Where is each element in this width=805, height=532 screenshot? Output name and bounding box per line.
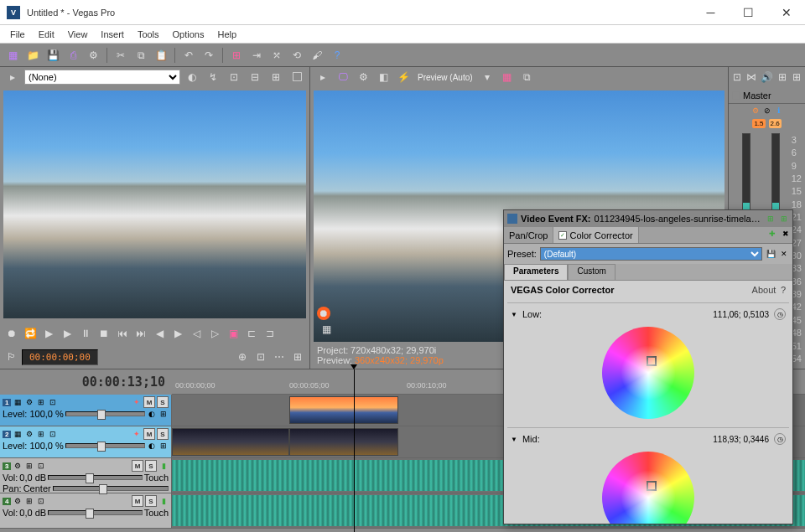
- preset-dropdown[interactable]: (None): [24, 70, 180, 85]
- track-header-a2[interactable]: 4 ⚙ ⊞ ⊡ M S ▮ Vol: 0,0 dB Touch: [0, 493, 172, 528]
- trimmer-tool5-icon[interactable]: ⊞: [267, 68, 285, 86]
- track-auto-icon[interactable]: ⊞: [36, 429, 46, 439]
- fx-chain-add-icon[interactable]: ✚: [767, 229, 777, 239]
- menu-file[interactable]: File: [3, 28, 32, 41]
- menu-options[interactable]: Options: [166, 28, 211, 41]
- lock-icon[interactable]: 🖌: [308, 46, 326, 65]
- redo-icon[interactable]: ↷: [200, 46, 218, 65]
- compositing-icon[interactable]: ◐: [147, 441, 157, 451]
- copy-icon[interactable]: ⧉: [132, 46, 150, 65]
- vol-slider[interactable]: [48, 510, 142, 515]
- add-media-icon[interactable]: ⊕: [234, 349, 251, 365]
- menu-insert[interactable]: Insert: [94, 28, 131, 41]
- preset-dropdown[interactable]: (Default): [540, 247, 762, 261]
- solo-button[interactable]: S: [145, 495, 157, 507]
- play-start-icon[interactable]: ▶: [40, 325, 57, 342]
- color-picker-handle[interactable]: [647, 356, 657, 366]
- collapse-icon[interactable]: ▼: [511, 436, 517, 443]
- properties-icon[interactable]: ⚙: [84, 46, 102, 65]
- record-icon[interactable]: ⏺: [3, 325, 20, 342]
- trimmer-timecode[interactable]: 00:00:00;00: [22, 349, 98, 365]
- marker-icon[interactable]: ▣: [225, 325, 242, 342]
- delete-preset-icon[interactable]: ✕: [779, 249, 789, 259]
- preview-quality-icon[interactable]: ⚡: [394, 68, 413, 86]
- parent-icon[interactable]: ⊞: [158, 441, 169, 451]
- preview-dropdown-icon[interactable]: ▾: [478, 68, 496, 86]
- video-event-fx-panel[interactable]: Video Event FX: 011234945-los-angeles-su…: [503, 209, 793, 524]
- snap-icon[interactable]: ⊞: [227, 46, 246, 65]
- mute-button[interactable]: M: [132, 495, 143, 507]
- autocrossfade-icon[interactable]: ⤱: [267, 46, 286, 65]
- fx-tab-colorcorrector[interactable]: ✓ Color Corrector: [553, 227, 638, 243]
- keyframe-icon[interactable]: ◷: [774, 308, 786, 320]
- fx-panel-titlebar[interactable]: Video Event FX: 011234945-los-angeles-su…: [504, 210, 792, 227]
- trimmer-tool1-icon[interactable]: ◐: [183, 68, 201, 86]
- solo-button[interactable]: S: [157, 428, 169, 440]
- prev-frame-icon[interactable]: ◀: [151, 325, 168, 342]
- close-button[interactable]: ✕: [767, 0, 805, 25]
- region-icon[interactable]: ⊏: [243, 325, 260, 342]
- help-button[interactable]: ?: [781, 285, 786, 295]
- autoripple-icon[interactable]: ⟲: [288, 46, 306, 65]
- track-insert-icon[interactable]: ⊞: [24, 461, 34, 471]
- fx-chain-remove-icon[interactable]: ✖: [781, 229, 791, 239]
- more-icon[interactable]: ⋯: [271, 349, 288, 365]
- save-icon[interactable]: 💾: [44, 46, 62, 65]
- new-project-icon[interactable]: ▦: [3, 46, 22, 65]
- touch-mode[interactable]: Touch: [144, 473, 169, 483]
- play-icon[interactable]: ▶: [59, 325, 75, 342]
- track-comp-icon[interactable]: ⊡: [48, 429, 58, 439]
- preview-overlay-icon[interactable]: ▦: [498, 68, 517, 86]
- preview-undock-icon[interactable]: ▸: [314, 68, 332, 86]
- timecode-icon[interactable]: 🏳: [3, 349, 20, 365]
- loop-icon[interactable]: 🔁: [22, 325, 39, 342]
- trimmer-tool4-icon[interactable]: ⊟: [246, 68, 264, 86]
- track-auto-icon[interactable]: ⊡: [36, 461, 46, 471]
- preview-copy-icon[interactable]: ⧉: [518, 68, 537, 86]
- mute-button[interactable]: M: [132, 460, 143, 472]
- mixer-tool3-icon[interactable]: 🔊: [760, 68, 774, 86]
- master-fx-icon[interactable]: ⚙: [750, 106, 761, 116]
- track-header-v2[interactable]: 2 ▦ ⚙ ⊞ ⊡ ✦ M S Level: 100,0 % ◐ ⊞: [0, 426, 172, 457]
- solo-button[interactable]: S: [145, 460, 157, 472]
- timeline-position[interactable]: 00:00:13;10: [82, 374, 165, 390]
- solo-button[interactable]: S: [157, 396, 169, 408]
- track-auto-icon[interactable]: ⊞: [36, 397, 46, 407]
- master-mute-icon[interactable]: ⊘: [762, 106, 772, 116]
- go-end-icon[interactable]: ⏭: [132, 325, 149, 342]
- mixer-tool5-icon[interactable]: ⊞: [791, 68, 804, 86]
- vol-slider[interactable]: [48, 475, 142, 480]
- touch-mode[interactable]: Touch: [144, 508, 169, 518]
- go-start-icon[interactable]: ⏮: [114, 325, 131, 342]
- section-header-low[interactable]: ▼ Low: 111,06; 0,5103 ◷: [507, 307, 789, 322]
- paste-icon[interactable]: 📋: [152, 46, 170, 65]
- trimmer-tool6-icon[interactable]: 🞎: [288, 68, 306, 86]
- level-slider[interactable]: [65, 443, 145, 448]
- master-auto-icon[interactable]: ℹ: [774, 106, 784, 116]
- preview-ext-icon[interactable]: 🖵: [334, 68, 352, 86]
- menu-view[interactable]: View: [61, 28, 95, 41]
- track-meter-icon[interactable]: ▮: [158, 461, 169, 471]
- track-fx-icon[interactable]: ⚙: [24, 397, 34, 407]
- track-bypass-icon[interactable]: ▦: [13, 397, 23, 407]
- keyframe-icon[interactable]: ◷: [774, 433, 786, 445]
- track-comp-icon[interactable]: ⊡: [48, 397, 58, 407]
- cut-icon[interactable]: ✂: [112, 46, 130, 65]
- stop-icon[interactable]: ⏹: [96, 325, 112, 342]
- trim-icon[interactable]: ⊐: [262, 325, 278, 342]
- color-wheel-low[interactable]: [602, 327, 694, 419]
- preview-fx-icon[interactable]: ⚙: [354, 68, 372, 86]
- save-preset-icon[interactable]: 💾: [766, 249, 776, 259]
- mixer-tool1-icon[interactable]: ⊡: [730, 68, 744, 86]
- mixer-tool2-icon[interactable]: ⋈: [745, 68, 759, 86]
- track-header-a1[interactable]: 3 ⚙ ⊞ ⊡ M S ▮ Vol: 0,0 dB Touch Pan: Cen…: [0, 458, 172, 493]
- pan-slider[interactable]: [53, 486, 169, 491]
- section-header-mid[interactable]: ▼ Mid: 118,93; 0,3446 ◷: [507, 431, 789, 447]
- trimmer-tool3-icon[interactable]: ⊡: [225, 68, 243, 86]
- fx-add-icon[interactable]: ⊞: [766, 214, 776, 224]
- what-icon[interactable]: ?: [328, 46, 346, 65]
- render-icon[interactable]: ⎙: [64, 46, 82, 65]
- fx-add2-icon[interactable]: ⊞: [779, 214, 789, 224]
- trimmer-undock-icon[interactable]: ▸: [3, 68, 22, 86]
- fx-tab-pancrop[interactable]: Pan/Crop: [504, 227, 553, 243]
